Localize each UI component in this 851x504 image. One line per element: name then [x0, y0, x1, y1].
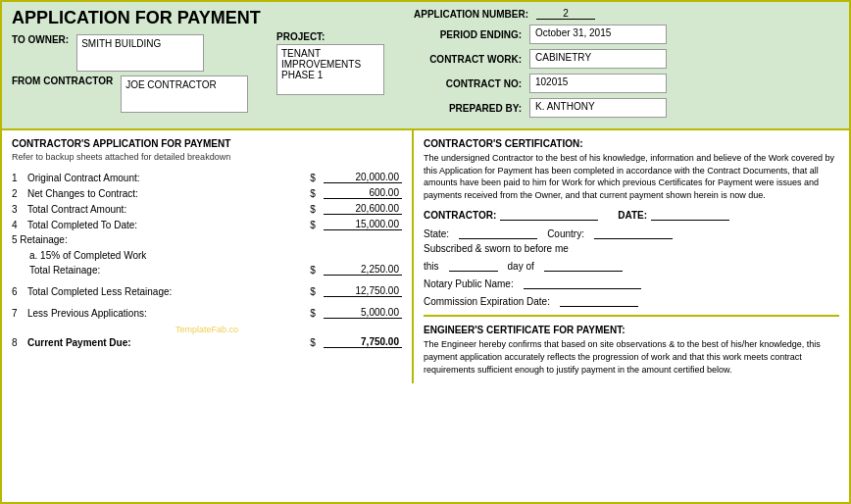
notary-row: Notary Public Name: — [424, 276, 839, 289]
line-desc-1: Original Contract Amount: — [27, 173, 302, 183]
dollar-2: $ — [306, 188, 320, 199]
dollar-1: $ — [306, 173, 320, 183]
country-line — [594, 226, 673, 239]
this-label: this — [424, 261, 439, 272]
contractor-name: JOE CONTRACTOR — [121, 76, 248, 113]
line-item-8: 8 Current Payment Due: $ 7,750.00 — [12, 336, 402, 348]
this-line — [449, 258, 498, 272]
commission-row: Commission Expiration Date: — [424, 293, 839, 307]
line-number-1: 1 — [12, 173, 24, 183]
line-desc-6: Total Completed Less Retainage: — [27, 286, 302, 297]
owner-name: SMITH BUILDING — [76, 34, 204, 72]
line-desc-3: Total Contract Amount: — [27, 204, 302, 215]
line-number-7: 7 — [12, 308, 24, 319]
commission-label: Commission Expiration Date: — [424, 296, 550, 307]
header-right: APPLICATION NUMBER: 2 PERIOD ENDING: Oct… — [414, 8, 839, 123]
engineer-section: ENGINEER'S CERTIFICATE FOR PAYMENT: The … — [424, 315, 839, 376]
cert-signature-row: CONTRACTOR: DATE: — [424, 207, 839, 221]
watermark-text: TemplateFab.co — [175, 325, 238, 334]
amount-7: 5,000.00 — [324, 307, 402, 319]
line-item-1: 1 Original Contract Amount: $ 20,000.00 — [12, 172, 402, 183]
notary-label: Notary Public Name: — [424, 278, 514, 289]
amount-6: 12,750.00 — [324, 285, 402, 297]
country-label: Country: — [547, 228, 584, 239]
date-label: DATE: — [618, 210, 647, 221]
total-retainage-label: Total Retainage: — [29, 265, 302, 276]
page-title: APPLICATION FOR PAYMENT — [12, 8, 267, 28]
contract-work-row: CONTRACT WORK: CABINETRY — [414, 49, 839, 69]
line-number-3: 3 — [12, 204, 24, 215]
dollar-8: $ — [306, 337, 320, 348]
project-value: TENANTIMPROVEMENTSPHASE 1 — [276, 44, 384, 95]
date-field: DATE: — [618, 207, 729, 221]
cert-text: The undersigned Contractor to the best o… — [424, 152, 839, 201]
contractor-field: CONTRACTOR: — [424, 207, 598, 221]
left-section-title: CONTRACTOR'S APPLICATION FOR PAYMENT — [12, 138, 402, 149]
engineer-title: ENGINEER'S CERTIFICATE FOR PAYMENT: — [424, 325, 839, 335]
amount-4: 15,000.00 — [324, 219, 402, 230]
amount-1: 20,000.00 — [324, 172, 402, 183]
dollar-retainage: $ — [306, 265, 320, 276]
prepared-by-label: PREPARED BY: — [414, 103, 522, 114]
project-section: PROJECT: TENANTIMPROVEMENTSPHASE 1 — [276, 31, 394, 95]
project-label: PROJECT: — [276, 31, 394, 42]
amount-8: 7,750.00 — [324, 336, 402, 348]
dollar-6: $ — [306, 286, 320, 297]
day-of-line — [544, 258, 623, 272]
commission-line — [560, 293, 638, 307]
to-owner-label: TO OWNER: — [12, 34, 69, 45]
app-number-value: 2 — [536, 8, 595, 20]
line-number-2: 2 — [12, 188, 24, 199]
retainage-sub-label: a. 15% of Completed Work — [29, 250, 146, 261]
contractor-section: FROM CONTRACTOR JOE CONTRACTOR — [12, 76, 267, 113]
line-item-3: 3 Total Contract Amount: $ 20,600.00 — [12, 203, 402, 215]
left-panel: CONTRACTOR'S APPLICATION FOR PAYMENT Ref… — [2, 130, 414, 383]
contract-work-value: CABINETRY — [529, 49, 667, 69]
line-desc-8: Current Payment Due: — [27, 337, 302, 348]
retainage-sub-row: a. 15% of Completed Work — [29, 249, 402, 261]
contract-no-value: 102015 — [529, 74, 667, 93]
retainage-label: 5 Retainage: — [12, 234, 402, 245]
header-left: APPLICATION FOR PAYMENT TO OWNER: SMITH … — [12, 8, 267, 113]
app-number-label: APPLICATION NUMBER: — [414, 9, 528, 20]
header-section: APPLICATION FOR PAYMENT TO OWNER: SMITH … — [2, 2, 849, 130]
contract-no-row: CONTRACT NO: 102015 — [414, 74, 839, 93]
subscribed-row: Subscribed & sworn to before me — [424, 243, 839, 254]
watermark-area: TemplateFab.co — [12, 323, 402, 334]
contractor-sig-label: CONTRACTOR: — [424, 210, 496, 221]
state-line — [459, 226, 537, 239]
line-number-4: 4 — [12, 220, 24, 230]
dollar-3: $ — [306, 204, 320, 215]
dollar-4: $ — [306, 220, 320, 230]
this-day-row: this day of — [424, 258, 839, 272]
line-item-7: 7 Less Previous Applications: $ 5,000.00 — [12, 307, 402, 319]
main-body: CONTRACTOR'S APPLICATION FOR PAYMENT Ref… — [2, 130, 849, 383]
line-item-2: 2 Net Changes to Contract: $ 600.00 — [12, 187, 402, 199]
state-label: State: — [424, 228, 449, 239]
cert-title: CONTRACTOR'S CERTIFICATION: — [424, 138, 839, 149]
line-item-4: 4 Total Completed To Date: $ 15,000.00 — [12, 219, 402, 230]
period-ending-row: PERIOD ENDING: October 31, 2015 — [414, 25, 839, 44]
contractor-sig-line — [500, 207, 598, 221]
notary-line — [524, 276, 641, 289]
app-number-row: APPLICATION NUMBER: 2 — [414, 8, 839, 20]
owner-section: TO OWNER: SMITH BUILDING — [12, 34, 267, 72]
contract-no-label: CONTRACT NO: — [414, 78, 522, 89]
period-ending-label: PERIOD ENDING: — [414, 29, 522, 40]
day-of-label: day of — [508, 261, 534, 272]
period-ending-value: October 31, 2015 — [529, 25, 667, 44]
retainage-label-row: 5 Retainage: — [12, 234, 402, 245]
application-form: APPLICATION FOR PAYMENT TO OWNER: SMITH … — [0, 0, 851, 504]
prepared-by-row: PREPARED BY: K. ANTHONY — [414, 98, 839, 118]
prepared-by-value: K. ANTHONY — [529, 98, 667, 118]
amount-2: 600.00 — [324, 187, 402, 199]
engineer-text: The Engineer hereby confirms that based … — [424, 338, 839, 376]
total-retainage-row: Total Retainage: $ 2,250.00 — [29, 264, 402, 276]
from-contractor-label: FROM CONTRACTOR — [12, 76, 113, 86]
line-desc-2: Net Changes to Contract: — [27, 188, 302, 199]
line-desc-4: Total Completed To Date: — [27, 220, 302, 230]
date-line — [651, 207, 729, 221]
subscribed-label: Subscribed & sworn to before me — [424, 243, 569, 254]
line-number-6: 6 — [12, 286, 24, 297]
dollar-7: $ — [306, 308, 320, 319]
